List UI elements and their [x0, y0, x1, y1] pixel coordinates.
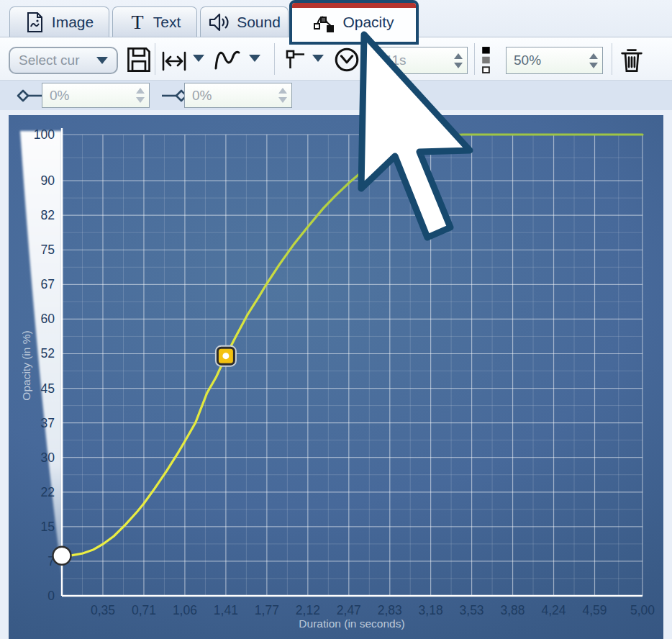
x-tick-label: 4,24	[541, 603, 566, 617]
spin-down-icon[interactable]	[454, 63, 463, 68]
x-tick-label: 3,53	[460, 603, 484, 617]
spinner-arrows[interactable]	[278, 88, 287, 103]
keyframe-opacity-value: 50%	[514, 53, 541, 68]
clock-icon	[334, 47, 360, 73]
spinner-arrows[interactable]	[136, 88, 145, 103]
x-tick-label: 1,77	[255, 603, 279, 617]
x-axis-title: Duration (in seconds)	[299, 617, 404, 630]
chevron-down-icon	[249, 55, 260, 62]
x-tick-label: 2,12	[296, 603, 320, 617]
tab-image-label: Image	[52, 14, 94, 31]
curve-preset-select[interactable]: Select cur	[9, 47, 118, 74]
spin-up-icon[interactable]	[454, 53, 463, 59]
keyframe-options-dropdown[interactable]	[312, 55, 324, 62]
x-tick-label: 3,18	[419, 603, 443, 617]
chevron-down-icon	[193, 55, 204, 62]
opacity-curve-chart[interactable]: 0715223037455260677582901000,350,711,061…	[9, 115, 663, 639]
curve-chart-panel: 0715223037455260677582901000,350,711,061…	[9, 115, 663, 639]
x-tick-label: 1,06	[173, 603, 197, 617]
wave-options-dropdown[interactable]	[249, 55, 260, 62]
curve-preset-label: Select cur	[19, 53, 79, 68]
x-tick-label: 5,00	[630, 603, 655, 617]
toolbar-separator	[474, 43, 475, 75]
image-icon	[25, 12, 45, 33]
y-tick-label: 100	[34, 127, 55, 142]
x-tick-label: 3,88	[501, 603, 525, 617]
delete-keyframe-button[interactable]	[619, 46, 645, 73]
fade-in-value: 0%	[50, 88, 69, 104]
keyframe-button[interactable]	[285, 48, 307, 70]
tab-image[interactable]: Image	[9, 6, 109, 37]
horizontal-resize-icon	[160, 50, 188, 72]
wave-icon	[213, 47, 243, 73]
y-tick-label: 15	[41, 520, 55, 534]
spin-down-icon[interactable]	[136, 97, 145, 103]
keyframe-flag-icon	[285, 48, 307, 70]
keyframe-time-value: 1,41s	[373, 53, 406, 68]
y-tick-label: 45	[41, 381, 55, 396]
save-icon	[126, 46, 152, 73]
y-tick-label: 82	[41, 208, 55, 222]
spin-up-icon[interactable]	[136, 88, 145, 94]
chart-grid	[62, 135, 643, 596]
fade-in-handle-button[interactable]	[16, 89, 45, 103]
tab-bar: Image T Text Sound	[0, 0, 672, 37]
keyframe-time-spinner[interactable]: 1,41s	[365, 47, 468, 74]
fade-in-spinner[interactable]: 0%	[42, 83, 150, 108]
diamond-line-right-icon	[16, 89, 45, 103]
sound-icon	[208, 12, 230, 33]
chevron-down-icon	[96, 57, 108, 64]
toolbar-separator	[274, 43, 275, 75]
tab-sound-label: Sound	[237, 14, 281, 31]
selected-tab-accent	[292, 3, 416, 8]
spinner-arrows[interactable]	[454, 53, 463, 68]
tab-opacity-label: Opacity	[342, 14, 394, 31]
y-tick-label: 90	[41, 173, 55, 188]
selected-keyframe-point-center-dot	[222, 353, 229, 359]
y-tick-label: 37	[41, 416, 55, 430]
tab-text[interactable]: T Text	[112, 6, 197, 37]
time-mode-button[interactable]	[334, 47, 360, 73]
y-tick-label: 0	[47, 589, 55, 603]
fade-out-value: 0%	[192, 88, 212, 104]
tab-sound[interactable]: Sound	[200, 6, 289, 37]
trash-icon	[619, 46, 645, 73]
stretch-options-dropdown[interactable]	[193, 55, 204, 62]
tab-opacity[interactable]: Opacity	[289, 0, 419, 45]
svg-text:T: T	[131, 12, 143, 33]
spin-down-icon[interactable]	[278, 97, 287, 103]
stacked-squares-icon	[481, 46, 491, 75]
x-tick-label: 0,35	[91, 603, 115, 617]
fade-handles-row: 0% 0%	[0, 81, 672, 110]
tab-text-label: Text	[153, 14, 181, 31]
value-order-button[interactable]	[481, 46, 491, 75]
y-tick-label: 60	[41, 312, 55, 326]
y-tick-label: 75	[41, 243, 55, 257]
keyframe-opacity-spinner[interactable]: 50%	[506, 47, 603, 74]
toolbar-separator	[612, 43, 612, 75]
spin-down-icon[interactable]	[589, 63, 598, 68]
text-icon: T	[129, 12, 146, 33]
fade-out-spinner[interactable]: 0%	[184, 83, 292, 108]
y-tick-label: 52	[41, 346, 55, 361]
curve-start-point[interactable]	[53, 547, 71, 565]
x-tick-label: 4,59	[582, 603, 607, 617]
wave-curve-button[interactable]	[213, 47, 243, 73]
x-tick-label: 2,47	[337, 603, 361, 617]
y-tick-label: 67	[41, 277, 55, 291]
spin-up-icon[interactable]	[589, 53, 598, 59]
y-axis-title: Opacity (in %)	[20, 330, 32, 400]
y-tick-label: 22	[41, 485, 55, 499]
opacity-curve-icon	[314, 12, 335, 32]
x-tick-label: 1,41	[214, 603, 238, 617]
spin-up-icon[interactable]	[278, 88, 287, 94]
opacity-curve-editor-window: Image T Text Sound	[0, 0, 672, 639]
chevron-down-icon	[312, 55, 324, 62]
x-tick-label: 2,83	[378, 603, 402, 617]
spinner-arrows[interactable]	[589, 53, 598, 68]
stretch-curve-button[interactable]	[160, 50, 188, 72]
x-tick-label: 0,71	[132, 603, 156, 617]
toolbar-separator	[155, 43, 155, 75]
y-tick-label: 30	[41, 450, 55, 465]
save-curve-button[interactable]	[126, 46, 152, 73]
